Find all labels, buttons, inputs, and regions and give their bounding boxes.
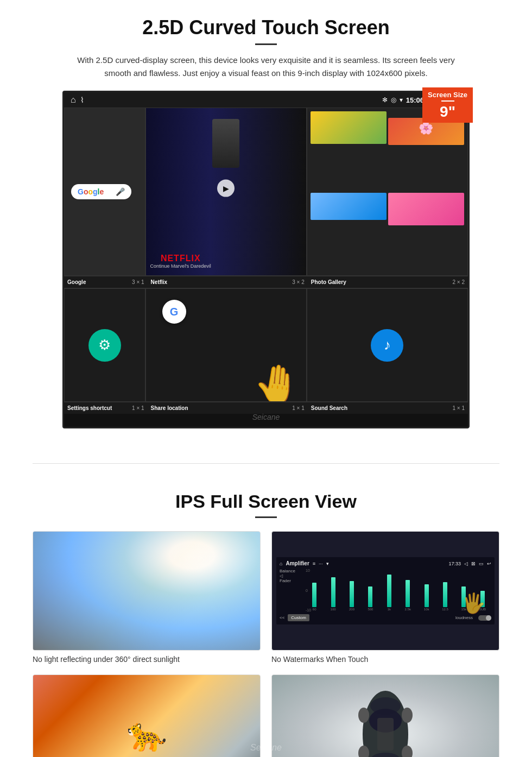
amp-loudness-label: loudness xyxy=(455,615,473,620)
gallery-thumb-1 xyxy=(311,111,387,144)
amp-labels-row: Balance ◁ Fader 10 0 -10 xyxy=(280,569,491,612)
amp-bars: 10 0 -10 60 xyxy=(306,569,491,612)
gallery-item-cheetah: 🐆 Seicane Super Fast Response xyxy=(33,674,261,757)
settings-cell-bg: ⚙ xyxy=(65,289,145,401)
section-curved-screen: 2.5D Curved Touch Screen With 2.5D curve… xyxy=(0,0,532,441)
sound-app-name: Sound Search xyxy=(311,405,347,411)
status-time: 15:06 xyxy=(406,96,424,104)
netflix-grid: 3 × 2 xyxy=(292,279,305,285)
settings-icon: ⚙ xyxy=(88,329,121,362)
amplifier-caption: No Watermarks When Touch xyxy=(271,655,499,664)
sound-icon: ♪ xyxy=(371,329,403,362)
sound-grid: 1 × 1 xyxy=(452,405,465,411)
app-cell-google[interactable]: Google 🎤 xyxy=(64,108,145,276)
amp-custom-button[interactable]: Custom xyxy=(288,614,309,621)
app-cell-netflix[interactable]: ▶ NETFLIX Continue Marvel's Daredevil xyxy=(145,108,307,276)
amp-topbar: ⌂ Amplifier ≡ ··· ▾ 17:33 ◁ ⊠ ▭ ↩ xyxy=(280,560,491,566)
section-divider xyxy=(33,463,499,464)
app-cell-share-location[interactable]: G 🤚 xyxy=(145,288,307,402)
amp-time: 17:33 xyxy=(448,561,461,566)
home-icon: ⌂ xyxy=(71,95,76,105)
amp-dot-dot: ··· xyxy=(319,561,323,566)
app-cell-gallery[interactable]: 🌸 xyxy=(307,108,468,276)
google-grid: 3 × 1 xyxy=(132,279,144,285)
sunlight-image xyxy=(33,531,261,651)
cheetah-image: 🐆 Seicane xyxy=(33,674,261,757)
label-gallery: Photo Gallery 2 × 2 xyxy=(308,276,468,288)
gallery-item-sunlight: No light reflecting under 360° direct su… xyxy=(33,531,261,664)
label-sound-search: Sound Search 1 × 1 xyxy=(308,402,468,414)
svg-point-2 xyxy=(370,697,401,715)
gallery-item-car: Large Viewing Angle xyxy=(271,674,499,757)
label-settings: Settings shortcut 1 × 1 xyxy=(64,402,148,414)
bluetooth-icon: ✻ xyxy=(382,96,388,104)
location-icon: ◎ xyxy=(391,96,396,104)
share-cell-bg: G 🤚 xyxy=(146,289,306,401)
google-search-bar[interactable]: Google 🎤 xyxy=(71,184,131,199)
amp-prev: << xyxy=(280,615,284,620)
amp-home: ⌂ xyxy=(280,561,282,566)
google-logo: Google xyxy=(78,187,104,196)
gallery-item-amplifier: ⌂ Amplifier ≡ ··· ▾ 17:33 ◁ ⊠ ▭ ↩ Balanc… xyxy=(271,531,499,664)
play-button[interactable]: ▶ xyxy=(217,180,235,197)
amp-bars-area: 10 0 -10 60 xyxy=(306,569,491,612)
share-app-name: Share location xyxy=(151,405,188,411)
badge-size: 9" xyxy=(428,103,467,121)
car-image xyxy=(271,674,499,757)
amp-vol: ◁ xyxy=(464,561,468,566)
amp-back: ↩ xyxy=(487,561,491,566)
gallery-grid: 2 × 2 xyxy=(452,279,465,285)
section2-title: IPS Full Screen View xyxy=(33,491,499,512)
app-cell-settings[interactable]: ⚙ xyxy=(64,288,145,402)
settings-app-name: Settings shortcut xyxy=(67,405,112,411)
gallery-cell-bg: 🌸 xyxy=(307,108,467,275)
app-cell-sound-search[interactable]: ♪ xyxy=(307,288,468,402)
screen-mockup-wrap: Screen Size 9" ⌂ ⌇ ✻ ◎ ▾ 15:06 📷 ◁ ⊠ ▭ xyxy=(62,91,470,428)
seicane-watermark-2: Seicane xyxy=(250,743,261,753)
netflix-subtitle: Continue Marvel's Daredevil xyxy=(150,263,211,269)
title-underline xyxy=(255,43,277,45)
app-grid-top: Google 🎤 ▶ xyxy=(64,108,468,276)
gallery-thumb-3 xyxy=(311,193,387,220)
svg-rect-8 xyxy=(377,718,394,750)
section1-title: 2.5D Curved Touch Screen xyxy=(33,16,499,39)
amp-hand: 🖐 xyxy=(461,592,486,615)
app-labels-top: Google 3 × 1 Netflix 3 × 2 Photo Gallery… xyxy=(64,276,468,288)
hand-touch-icon: 🤚 xyxy=(251,360,302,402)
status-bar: ⌂ ⌇ ✻ ◎ ▾ 15:06 📷 ◁ ⊠ ▭ xyxy=(64,92,468,108)
amp-title: Amplifier xyxy=(286,560,309,566)
section-ips-screen: IPS Full Screen View No light reflecting… xyxy=(0,485,532,757)
svg-point-5 xyxy=(402,708,413,723)
sound-cell-bg: ♪ xyxy=(307,289,467,401)
amp-wifi: ▾ xyxy=(326,561,329,566)
amp-screen: ⌂ Amplifier ≡ ··· ▾ 17:33 ◁ ⊠ ▭ ↩ Balanc… xyxy=(276,557,495,624)
app-labels-bottom: Settings shortcut 1 × 1 Share location 1… xyxy=(64,402,468,414)
amp-bottombar: << Custom loudness xyxy=(280,614,491,621)
gallery-thumb-4 xyxy=(388,193,464,225)
label-share-location: Share location 1 × 1 xyxy=(148,402,308,414)
car-top-svg xyxy=(347,680,423,757)
amp-x: ⊠ xyxy=(471,561,476,566)
maps-icon: G xyxy=(162,300,186,324)
amp-side-labels: Balance ◁ Fader xyxy=(280,569,301,612)
netflix-info: NETFLIX Continue Marvel's Daredevil xyxy=(150,254,211,269)
amp-toggle[interactable] xyxy=(478,615,491,621)
wifi-icon: ▾ xyxy=(400,96,403,104)
netflix-cell-bg: ▶ NETFLIX Continue Marvel's Daredevil xyxy=(146,108,306,275)
screen-size-badge: Screen Size 9" xyxy=(422,87,473,123)
gallery-app-name: Photo Gallery xyxy=(311,279,346,285)
google-app-name: Google xyxy=(67,279,86,285)
android-screen: ⌂ ⌇ ✻ ◎ ▾ 15:06 📷 ◁ ⊠ ▭ xyxy=(62,91,470,428)
share-grid: 1 × 1 xyxy=(292,405,305,411)
netflix-app-name: Netflix xyxy=(151,279,168,285)
seicane-watermark: Seicane xyxy=(252,413,280,421)
badge-label: Screen Size xyxy=(428,91,467,99)
netflix-poster: ▶ NETFLIX Continue Marvel's Daredevil xyxy=(146,108,306,275)
gallery-grid: No light reflecting under 360° direct su… xyxy=(33,531,499,757)
amp-eq-icon: ≡ xyxy=(313,561,315,566)
svg-point-4 xyxy=(358,708,369,723)
netflix-logo: NETFLIX xyxy=(150,254,211,263)
section1-description: With 2.5D curved-display screen, this de… xyxy=(76,54,456,80)
title-underline-2 xyxy=(255,516,277,518)
label-google: Google 3 × 1 xyxy=(64,276,148,288)
